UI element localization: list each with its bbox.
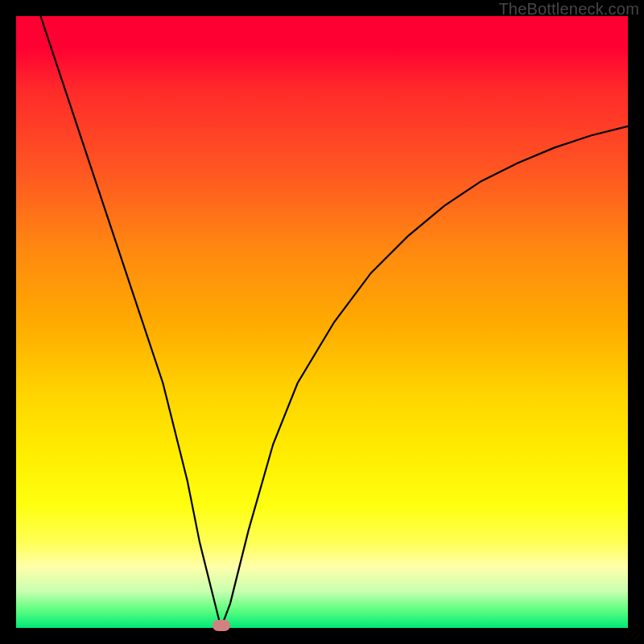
- curve-path: [40, 16, 628, 628]
- plot-area: [16, 16, 628, 628]
- optimal-marker: [213, 620, 230, 631]
- chart-frame: TheBottleneck.com: [0, 0, 644, 644]
- bottleneck-curve: [16, 16, 628, 628]
- attribution-label: TheBottleneck.com: [498, 0, 639, 19]
